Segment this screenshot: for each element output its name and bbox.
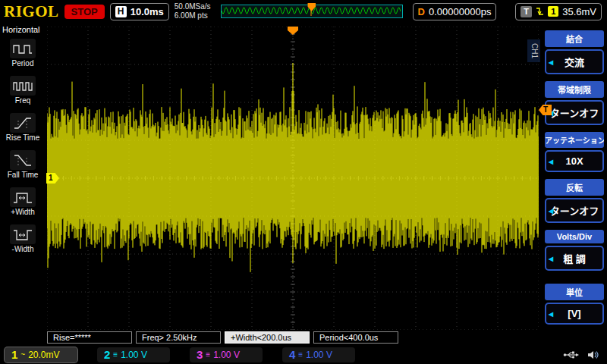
option-arrow-icon: ◀ [549, 310, 553, 317]
status-bar: 1 ~ 20.0mV 2 ≡ 1.00 V 3 ≡ 1.00 V 4 ≡ 1.0… [0, 345, 607, 364]
option-arrow-icon: ◀ [549, 158, 553, 165]
minus-width-icon [10, 224, 36, 244]
delay-value: 0.00000000ps [429, 6, 491, 17]
menu-button-unit[interactable]: ◀ [V] [545, 303, 604, 325]
channel4-scale: 1.00 V [306, 350, 332, 360]
d-label: D [418, 6, 425, 17]
ch1-waveform-trace [47, 27, 539, 330]
freq-icon [10, 76, 36, 96]
menu-button-bw-limit[interactable]: ◀ ターンオフ [545, 100, 604, 125]
left-menu-item-period[interactable]: Period [10, 39, 36, 67]
option-arrow-icon: ◀ [549, 255, 553, 262]
left-menu-item-plus-width[interactable]: +Width [10, 187, 36, 216]
menu-header-attenuation: アッテネーション [545, 132, 604, 148]
menu-header-invert: 反転 [545, 179, 604, 196]
menu-button-invert[interactable]: ◀ ターンオフ [545, 198, 604, 223]
usb-icon [563, 350, 580, 359]
channel4-status[interactable]: 4 ≡ 1.00 V [282, 347, 355, 362]
menu-group-volts-div: Volts/Div ◀ 粗 調 [545, 230, 604, 271]
left-menu-item-freq[interactable]: Freq [10, 76, 36, 105]
menu-header-unit: 単位 [545, 284, 604, 300]
left-menu-item-label: Freq [15, 96, 31, 105]
channel1-status[interactable]: 1 ~ 20.0mV [5, 347, 77, 362]
t-label: T [521, 6, 532, 17]
menu-value-volts-div: 粗 調 [563, 253, 586, 265]
rigol-logo: RIGOL [4, 2, 59, 21]
left-menu-item-label: Fall Time [8, 171, 39, 179]
speaker-icon[interactable] [587, 350, 599, 359]
measurement-freq[interactable]: Freq> 2.50kHz [136, 331, 221, 344]
channel2-number: 2 [104, 348, 110, 361]
left-menu: Horizontal Period Freq Rise Time Fall Ti… [0, 23, 46, 345]
option-arrow-icon: ◀ [549, 58, 553, 65]
left-menu-item-label: Rise Time [6, 133, 39, 142]
trigger-box[interactable]: T 1 35.6mV [515, 3, 602, 20]
menu-header-volts-div: Volts/Div [545, 230, 604, 243]
fall-time-icon [10, 150, 36, 170]
channel1-coupling-icon: ~ [20, 350, 25, 359]
menu-group-attenuation: アッテネーション ◀ 10X [545, 132, 604, 172]
h-label: H [115, 6, 127, 17]
measurement-row: Rise=***** Freq> 2.50kHz +Width<200.0us … [47, 331, 398, 344]
right-menu: CH1 結合 ◀ 交流 帯域制限 ◀ ターンオフ アッテネーション ◀ 10X … [540, 23, 607, 345]
run-state-badge[interactable]: STOP [64, 5, 105, 19]
timebase-value: 10.0ms [131, 6, 164, 17]
channel3-coupling-icon: ≡ [206, 350, 210, 359]
rise-time-icon [10, 113, 36, 133]
horizontal-timebase-box[interactable]: H 10.0ms [110, 3, 169, 20]
trigger-source: 1 [548, 6, 558, 17]
menu-value-coupling: 交流 [565, 57, 584, 68]
left-menu-item-fall-time[interactable]: Fall Time [8, 150, 39, 179]
delay-box[interactable]: D 0.00000000ps [413, 3, 497, 20]
menu-value-invert: ターンオフ [550, 206, 599, 217]
measurement-period[interactable]: Period<400.0us [313, 331, 398, 344]
menu-button-coupling[interactable]: ◀ 交流 [545, 49, 604, 74]
measurement-plus-width[interactable]: +Width<200.0us [225, 331, 310, 344]
menu-group-unit: 単位 ◀ [V] [545, 284, 604, 325]
channel2-status[interactable]: 2 ≡ 1.00 V [97, 347, 170, 362]
channel3-status[interactable]: 3 ≡ 1.00 V [190, 347, 263, 362]
trigger-edge-icon [536, 6, 544, 17]
menu-value-attenuation: 10X [565, 155, 583, 167]
left-menu-title: Horizontal [0, 25, 40, 34]
menu-button-attenuation[interactable]: ◀ 10X [545, 150, 604, 172]
channel1-scale: 20.0mV [28, 350, 59, 360]
memory-depth: 6.00M pts [175, 11, 211, 21]
acquisition-info: 50.0MSa/s 6.00M pts [175, 2, 211, 21]
waveform-preview-bar[interactable] [221, 5, 403, 18]
oscilloscope-screen: RIGOL STOP H 10.0ms 50.0MSa/s 6.00M pts … [0, 0, 607, 364]
menu-group-invert: 反転 ◀ ターンオフ [545, 179, 604, 223]
trigger-level: 35.6mV [562, 6, 596, 17]
channel1-number: 1 [11, 348, 17, 361]
measurement-rise[interactable]: Rise=***** [47, 331, 132, 344]
left-menu-item-rise-time[interactable]: Rise Time [6, 113, 39, 142]
option-arrow-icon: ◀ [549, 207, 553, 214]
sample-rate: 50.0MSa/s [175, 2, 211, 12]
waveform-display: 1 Rise=***** Freq> 2.50kHz +Width<200.0u… [46, 23, 540, 345]
plus-width-icon [10, 187, 36, 207]
channel4-coupling-icon: ≡ [298, 350, 303, 359]
system-icons [563, 350, 602, 359]
left-menu-item-minus-width[interactable]: -Width [10, 224, 36, 253]
channel4-number: 4 [289, 348, 295, 361]
channel3-number: 3 [197, 348, 203, 361]
channel2-scale: 1.00 V [121, 350, 147, 360]
menu-group-bw-limit: 帯域制限 ◀ ターンオフ [545, 81, 604, 125]
menu-button-volts-div[interactable]: ◀ 粗 調 [545, 246, 604, 271]
left-menu-item-label: -Width [12, 245, 34, 253]
left-menu-item-label: Period [12, 59, 34, 67]
menu-group-coupling: 結合 ◀ 交流 [545, 30, 604, 74]
channel2-coupling-icon: ≡ [113, 350, 118, 359]
menu-header-bw-limit: 帯域制限 [545, 81, 604, 98]
period-icon [10, 39, 36, 58]
top-bar: RIGOL STOP H 10.0ms 50.0MSa/s 6.00M pts … [0, 0, 607, 23]
channel3-scale: 1.00 V [213, 350, 240, 360]
menu-header-coupling: 結合 [545, 30, 604, 47]
left-menu-item-label: +Width [11, 208, 34, 216]
menu-value-bw-limit: ターンオフ [550, 108, 599, 119]
menu-value-unit: [V] [568, 308, 580, 319]
